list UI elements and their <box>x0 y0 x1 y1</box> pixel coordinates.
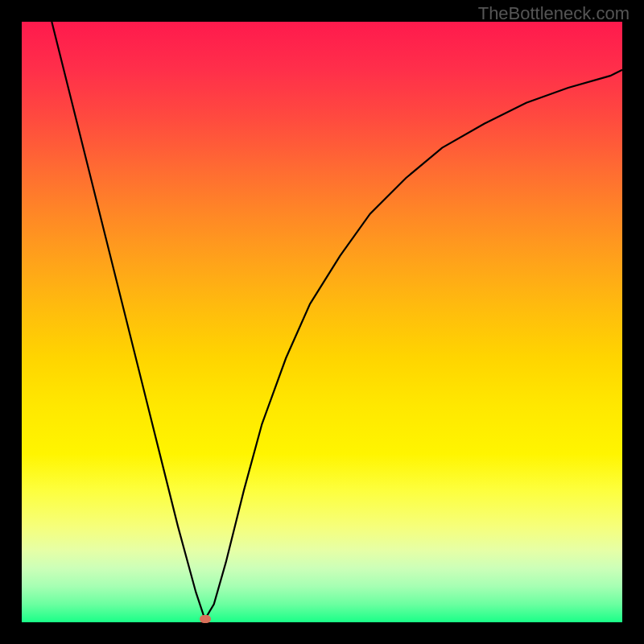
chart-plot-area <box>22 22 622 622</box>
optimum-marker <box>200 615 211 623</box>
watermark-text: TheBottleneck.com <box>478 3 630 24</box>
bottleneck-curve-path <box>52 22 622 619</box>
chart-curve-svg <box>22 22 622 622</box>
